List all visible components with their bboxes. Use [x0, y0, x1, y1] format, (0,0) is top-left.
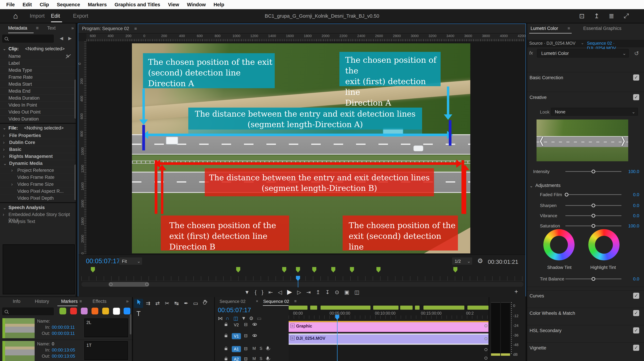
marker-in-value[interactable]: 00:00:03:11 [52, 325, 75, 330]
lock-icon[interactable] [225, 358, 227, 360]
marker-color-swatch[interactable] [81, 308, 88, 314]
settings-wrench-icon[interactable]: ⚙ [249, 315, 254, 321]
metadata-panel-menu-icon[interactable]: ≡ [36, 26, 39, 31]
tab-info[interactable]: Info [13, 299, 20, 304]
metadata-row-media-start[interactable]: Media Start [0, 81, 77, 88]
voiceover-mic-icon[interactable] [267, 356, 269, 360]
timeline-tab-active[interactable]: Sequence 02 [263, 299, 289, 304]
marker-color-swatch[interactable] [113, 308, 120, 315]
metadata-row-media-duration[interactable]: Media Duration [0, 95, 77, 102]
section-curves[interactable]: Curves✓ [527, 290, 644, 301]
timeline-ruler[interactable] [289, 315, 488, 319]
slider-track[interactable] [566, 194, 622, 195]
look-dropdown[interactable]: None⌄ [551, 108, 638, 116]
tab-import[interactable]: Import [30, 13, 45, 19]
mark-out-icon[interactable]: } [262, 289, 263, 295]
sequence-marker-icon[interactable] [91, 267, 95, 272]
lock-icon[interactable] [225, 324, 227, 326]
settings-wrench-icon[interactable]: ⚙ [477, 257, 483, 265]
metadata-row-file-properties[interactable]: ›File Properties [0, 132, 77, 139]
tool-type[interactable]: T [134, 309, 143, 318]
chevron-down-icon[interactable]: ⌄ [3, 126, 6, 130]
chevron-down-icon[interactable]: ⌄ [3, 161, 7, 166]
metadata-row-frame-rate[interactable]: Frame Rate [0, 74, 77, 81]
marker-comment-box[interactable]: 2L [84, 318, 128, 337]
comparison-view-icon[interactable]: ▣ [344, 289, 349, 295]
panel-more-icon[interactable]: » [71, 26, 74, 31]
metadata-row-media-type[interactable]: Media Type [0, 67, 77, 74]
marker-out-value[interactable]: 00:00:03:11 [52, 331, 75, 336]
shadow-tint-wheel[interactable] [543, 229, 574, 260]
sequence-marker-icon[interactable] [282, 267, 286, 272]
scrollbar[interactable] [74, 165, 76, 200]
section-vignette[interactable]: Vignette✓ [527, 342, 644, 353]
sequence-marker-icon[interactable] [236, 267, 240, 272]
slider-handle[interactable] [592, 224, 595, 228]
search-prev-icon[interactable]: ◀ [60, 36, 63, 41]
tool-razor[interactable]: ✂ [162, 299, 172, 308]
solo-icon[interactable]: S [260, 356, 262, 361]
section-creative[interactable]: Creative✓ [527, 92, 644, 103]
markers-search-input[interactable] [2, 308, 54, 315]
metadata-row-analysis-text[interactable]: Analysis Text [0, 218, 77, 225]
menu-markers[interactable]: Markers [84, 2, 111, 8]
slider-value[interactable]: 0.0 [633, 203, 639, 208]
metadata-row-project-reference[interactable]: ›Project Reference [0, 167, 77, 174]
chevron-right-icon[interactable]: › [3, 212, 4, 217]
tab-edit[interactable]: Edit [51, 13, 60, 19]
tool-selection[interactable] [134, 299, 143, 308]
look-preview-thumbnail[interactable]: ❬ ❭ [536, 120, 628, 161]
tool-slip[interactable]: ↹ [172, 299, 181, 308]
voiceover-mic-icon[interactable] [267, 346, 269, 349]
tab-metadata[interactable]: Metadata [8, 26, 27, 31]
metadata-row-label[interactable]: Label [0, 60, 77, 67]
captions-icon[interactable]: ▭ [257, 315, 262, 321]
track-height-handle[interactable] [484, 324, 488, 327]
marker-color-swatch[interactable] [102, 308, 109, 314]
tab-markers[interactable]: Markers [61, 299, 78, 304]
section-hsl-secondary[interactable]: HSL Secondary✓ [527, 325, 644, 336]
slider-handle[interactable] [592, 214, 595, 218]
analysis-text-box[interactable] [3, 244, 75, 294]
marker-color-swatch[interactable] [92, 308, 98, 314]
track-height-handle[interactable] [484, 337, 488, 340]
tool-hand[interactable] [200, 299, 210, 308]
slider-value[interactable]: 100.0 [628, 169, 639, 174]
metadata-row-video-out-point[interactable]: Video Out Point [0, 108, 77, 116]
tool-rectangle[interactable]: ▭ [191, 299, 200, 308]
marker-out-value[interactable]: 00:00:13:05 [52, 353, 75, 359]
sequence-marker-icon[interactable] [350, 267, 354, 272]
step-forward-icon[interactable]: ▷ [297, 289, 301, 295]
slider-handle[interactable] [592, 277, 595, 281]
scrollbar[interactable] [130, 314, 132, 334]
metadata-row-rights-management[interactable]: ›Rights Management [0, 153, 77, 160]
metadata-row-basic[interactable]: ›Basic [0, 146, 77, 153]
timeline-tab-inactive[interactable]: Sequence 02 [220, 299, 246, 304]
program-mini-ruler[interactable] [81, 276, 524, 281]
sync-lock-icon[interactable]: ⊟ [244, 333, 248, 338]
tab-effects[interactable]: Effects [92, 299, 106, 304]
mute-icon[interactable]: M [252, 346, 256, 351]
multi-camera-icon[interactable]: ◫ [354, 289, 359, 295]
marker-color-swatch[interactable] [124, 308, 130, 314]
solo-icon[interactable]: S [260, 346, 262, 351]
step-back-icon[interactable]: ◁ [278, 289, 282, 295]
lock-icon[interactable] [225, 348, 227, 350]
menu-edit[interactable]: Edit [19, 2, 36, 8]
scroll-handle-left[interactable] [109, 283, 112, 286]
sequence-marker-icon[interactable] [296, 267, 300, 272]
track-header-v2[interactable]: V2⊟ [215, 321, 289, 331]
timeline-menu-icon[interactable]: ≡ [294, 299, 296, 303]
metadata-row-video-frame-size[interactable]: ›Video Frame Size [0, 181, 77, 188]
metadata-row-video-duration[interactable]: Video Duration [0, 115, 77, 123]
checkbox-vignette[interactable]: ✓ [633, 345, 639, 351]
scroll-handle-right[interactable] [145, 283, 148, 286]
track-output-eye-icon[interactable] [252, 334, 257, 337]
tab-essential-graphics[interactable]: Essential Graphics [583, 26, 622, 31]
program-monitor-menu-icon[interactable]: ≡ [134, 26, 137, 31]
file-section-header[interactable]: ⌄File:<Nothing selected> [0, 124, 77, 132]
sequence-marker-icon[interactable] [331, 267, 335, 272]
menu-file[interactable]: File [2, 2, 19, 8]
chevron-right-icon[interactable]: › [3, 133, 4, 138]
effect-selector-dropdown[interactable]: Lumetri Color⌄ [537, 49, 629, 58]
